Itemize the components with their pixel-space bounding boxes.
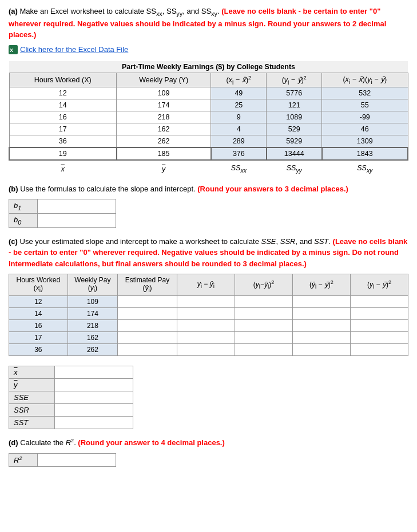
summary-input-cell-1[interactable] [55, 379, 133, 391]
r2-input-cell[interactable] [38, 453, 116, 466]
summary-input-cell-4[interactable] [55, 417, 133, 429]
cell-c4: 5929 [267, 135, 322, 148]
summary-input-2[interactable] [59, 393, 128, 402]
part-c-cell-yi-ybar2[interactable] [350, 319, 408, 331]
yiybar2-input-2[interactable] [358, 322, 400, 330]
part-c-cell-resid[interactable] [177, 295, 235, 307]
part-b-section: (b) Use the formulas to calculate the sl… [9, 183, 408, 228]
yhatybar2-input-3[interactable] [300, 334, 343, 342]
part-c-cell-yhat-ybar2[interactable] [292, 343, 350, 355]
part-c-cell-resid2[interactable] [235, 343, 292, 355]
part-c-instruction-red: (Leave no cells blank - be certain to en… [9, 237, 407, 268]
resid-input-4[interactable] [184, 346, 227, 354]
summary-input-cell-3[interactable] [55, 404, 133, 417]
yhat-input-4[interactable] [126, 346, 169, 354]
cell-c3: 9 [211, 111, 267, 123]
table-row: 36 262 289 5929 1309 [9, 135, 408, 148]
summary-input-3[interactable] [59, 406, 128, 414]
r2-input[interactable] [42, 456, 111, 465]
b1-input-cell[interactable] [38, 199, 116, 214]
part-c-cell-x: 12 [9, 295, 68, 307]
summary-input-4[interactable] [59, 418, 128, 427]
part-d-instruction-red: (Round your answer to 4 decimal places.) [78, 438, 224, 447]
yhatybar2-input-4[interactable] [300, 346, 343, 354]
part-c-col7-header: (yi − ȳ)2 [350, 274, 408, 295]
total-row: 19 185 376 13444 1843 [9, 147, 408, 160]
cell-y: 262 [117, 135, 211, 148]
part-c-row: 14 174 [9, 307, 408, 319]
part-c-cell-resid[interactable] [177, 319, 235, 331]
resid-input-0[interactable] [184, 298, 227, 306]
yiybar2-input-4[interactable] [358, 346, 400, 354]
part-c-cell-yhat[interactable] [118, 343, 177, 355]
summary-label-2: SSE [9, 391, 55, 404]
part-c-cell-yi-ybar2[interactable] [350, 307, 408, 319]
part-c-cell-resid[interactable] [177, 343, 235, 355]
yhat-input-1[interactable] [126, 310, 169, 318]
cell-c3: 289 [211, 135, 267, 148]
part-c-cell-resid2[interactable] [235, 319, 292, 331]
part-c-cell-yhat[interactable] [118, 331, 177, 343]
cell-c4: 121 [267, 99, 322, 111]
part-c-cell-yhat-ybar2[interactable] [292, 331, 350, 343]
b1-input[interactable] [42, 202, 111, 211]
part-c-cell-resid2[interactable] [235, 307, 292, 319]
part-c-cell-y: 174 [67, 307, 117, 319]
resid-input-3[interactable] [184, 334, 227, 342]
part-c-cell-yhat-ybar2[interactable] [292, 319, 350, 331]
yhat-input-3[interactable] [126, 334, 169, 342]
part-c-col1-header: Hours Worked(xi) [9, 274, 68, 295]
part-a-table: Part-Time Weekly Earnings ($) by College… [9, 61, 408, 175]
cell-x: 36 [9, 135, 117, 148]
resid2-input-3[interactable] [242, 334, 285, 342]
yhat-input-0[interactable] [126, 298, 169, 306]
yhat-input-2[interactable] [126, 322, 169, 330]
part-c-cell-yhat-ybar2[interactable] [292, 307, 350, 319]
part-c-col3-header: Estimated Pay(ŷi) [118, 274, 177, 295]
resid-input-1[interactable] [184, 310, 227, 318]
yhatybar2-input-1[interactable] [300, 310, 343, 318]
summary-input-cell-0[interactable] [55, 366, 133, 379]
part-c-cell-resid2[interactable] [235, 295, 292, 307]
summary-row: x y SSxx SSyy SSxy [9, 160, 408, 175]
table-row: 14 174 25 121 55 [9, 99, 408, 111]
part-c-cell-yhat-ybar2[interactable] [292, 295, 350, 307]
resid2-input-2[interactable] [242, 322, 285, 330]
total-c4: 13444 [267, 147, 322, 160]
excel-link[interactable]: X Click here for the Excel Data File [9, 45, 128, 54]
part-d-section: (d) Calculate the R2. (Round your answer… [9, 437, 408, 467]
total-y: 185 [117, 147, 211, 160]
resid2-input-0[interactable] [242, 298, 285, 306]
b0-input[interactable] [42, 216, 111, 225]
resid2-input-1[interactable] [242, 310, 285, 318]
yiybar2-input-1[interactable] [358, 310, 400, 318]
summary-input-cell-2[interactable] [55, 391, 133, 404]
part-b-table: b1 b0 [9, 199, 116, 227]
summary-input-0[interactable] [59, 368, 128, 377]
part-c-cell-x: 16 [9, 319, 68, 331]
part-d-instruction: (d) Calculate the R2. (Round your answer… [9, 437, 408, 449]
yhatybar2-input-2[interactable] [300, 322, 343, 330]
part-c-cell-yhat[interactable] [118, 295, 177, 307]
yhatybar2-input-0[interactable] [300, 298, 343, 306]
yiybar2-input-0[interactable] [358, 298, 400, 306]
summary-input-1[interactable] [59, 381, 128, 389]
part-c-cell-resid[interactable] [177, 307, 235, 319]
cell-y: 174 [117, 99, 211, 111]
part-c-cell-yi-ybar2[interactable] [350, 295, 408, 307]
part-c-cell-resid[interactable] [177, 331, 235, 343]
part-c-cell-yhat[interactable] [118, 307, 177, 319]
yiybar2-input-3[interactable] [358, 334, 400, 342]
cell-c3: 49 [211, 87, 267, 99]
summary-xbar: x [9, 160, 117, 175]
resid-input-2[interactable] [184, 322, 227, 330]
part-c-cell-yhat[interactable] [118, 319, 177, 331]
part-c-cell-y: 218 [67, 319, 117, 331]
part-c-cell-x: 14 [9, 307, 68, 319]
part-c-cell-yi-ybar2[interactable] [350, 343, 408, 355]
resid2-input-4[interactable] [242, 346, 285, 354]
b0-input-cell[interactable] [38, 214, 116, 228]
part-c-cell-resid2[interactable] [235, 331, 292, 343]
col-xy-header: (xi − x̄)(yi − ȳ) [322, 73, 408, 87]
part-c-cell-yi-ybar2[interactable] [350, 331, 408, 343]
